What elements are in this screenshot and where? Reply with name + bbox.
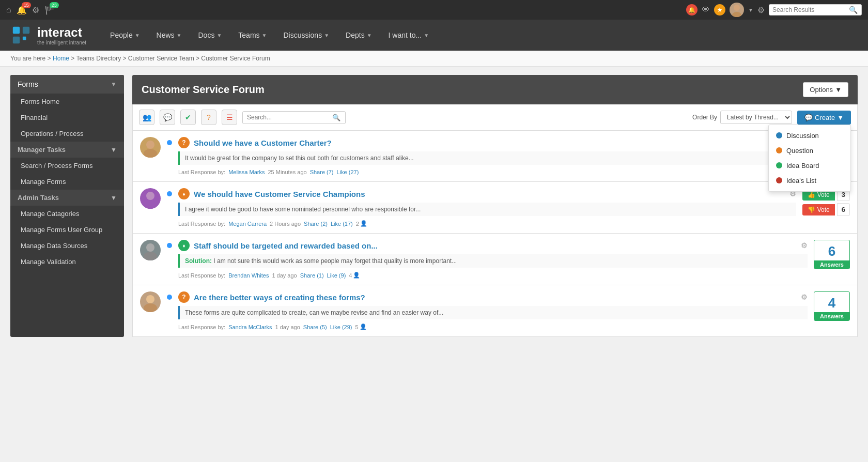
breadcrumb-path: > Teams Directory > Customer Service Tea…	[71, 55, 270, 62]
share-link-3[interactable]: Share (1)	[300, 272, 324, 279]
alerts-badge: 23	[50, 2, 59, 8]
toolbar-group-icon[interactable]: 👥	[139, 110, 154, 125]
vote-down-count-2: 6	[837, 203, 850, 216]
breadcrumb-home[interactable]: Home	[53, 55, 69, 62]
post-avatar-2	[140, 188, 161, 209]
nav-item-teams[interactable]: Teams ▼	[230, 20, 275, 51]
dropdown-item-discussion[interactable]: Discussion	[769, 128, 850, 143]
nav-item-depts[interactable]: Depts ▼	[337, 20, 380, 51]
last-response-user-1[interactable]: Melissa Marks	[228, 169, 265, 175]
user-bell-icon[interactable]: 🔔	[686, 4, 698, 16]
svg-point-10	[146, 243, 154, 252]
answers-label-4: Answers	[814, 312, 849, 320]
order-by-select[interactable]: Latest by Thread...	[720, 111, 792, 124]
global-search-input[interactable]	[772, 6, 849, 13]
forum-search-icon[interactable]: 🔍	[332, 114, 340, 121]
toolbar-chat-icon[interactable]: 💬	[160, 110, 175, 125]
sidebar-item-manage-forms-label: Manage Forms	[21, 178, 66, 186]
sidebar-item-operations[interactable]: Operations / Process	[10, 126, 124, 142]
nav-item-discussions[interactable]: Discussions ▼	[275, 20, 337, 51]
home-icon[interactable]: ⌂	[6, 5, 11, 14]
post-title-1[interactable]: ? Should we have a Customer Charter? ⚙	[178, 137, 808, 148]
time-ago-2: 2 Hours ago	[270, 221, 301, 227]
nav-item-discussions-label: Discussions	[283, 31, 322, 39]
sidebar-item-manage-forms-user-group[interactable]: Manage Forms User Group	[10, 222, 124, 238]
post-title-4[interactable]: ? Are there better ways of creating thes…	[178, 291, 808, 303]
user-avatar[interactable]	[730, 3, 744, 17]
sidebar-section-manager[interactable]: Manager Tasks ▼	[10, 142, 124, 158]
toolbar-question-icon[interactable]: ?	[201, 110, 216, 125]
user-dropdown-caret[interactable]: ▼	[748, 7, 753, 13]
post-gear-icon-4[interactable]: ⚙	[801, 293, 808, 301]
vote-down-btn-2[interactable]: 👎 Vote 6	[802, 203, 850, 216]
sidebar-item-forms-home[interactable]: Forms Home	[10, 94, 124, 110]
dropdown-item-idea-board[interactable]: Idea Board	[769, 158, 850, 173]
global-settings-icon[interactable]: ⚙	[757, 5, 765, 15]
answers-badge-4: 4 Answers	[814, 291, 850, 321]
like-link-2[interactable]: Like (17)	[331, 221, 353, 227]
nav-item-iwantto-caret: ▼	[424, 33, 429, 38]
options-button[interactable]: Options ▼	[803, 82, 848, 97]
post-title-2[interactable]: ♦ We should have Customer Service Champi…	[178, 188, 796, 199]
post-gear-icon-3[interactable]: ⚙	[801, 241, 808, 250]
nav-item-news[interactable]: News ▼	[148, 20, 190, 51]
last-response-user-4[interactable]: Sandra McClarks	[228, 324, 272, 330]
create-button[interactable]: 💬 Create ▼	[797, 111, 851, 125]
share-link-1[interactable]: Share (7)	[310, 169, 334, 175]
dropdown-item-ideas-list[interactable]: Idea's List	[769, 173, 850, 188]
forum-search-box[interactable]: 🔍	[242, 111, 346, 124]
post-dot-1	[167, 140, 172, 145]
star-icon[interactable]: ★	[714, 4, 725, 16]
sidebar-section-admin[interactable]: Admin Tasks ▼	[10, 190, 124, 206]
nav-item-docs[interactable]: Docs ▼	[190, 20, 230, 51]
sidebar-item-manage-data-sources[interactable]: Manage Data Sources	[10, 238, 124, 254]
sidebar-header[interactable]: Forms ▼	[10, 75, 124, 94]
answers-label-3: Answers	[814, 260, 849, 269]
vote-down-button-2[interactable]: 👎 Vote	[802, 204, 834, 215]
nav-item-docs-label: Docs	[198, 31, 215, 39]
alerts-icon[interactable]: 🏴 23	[44, 5, 55, 15]
toolbar-check-icon[interactable]: ✔	[180, 110, 196, 125]
post-avatar-3	[140, 240, 161, 260]
dropdown-item-question-label: Question	[786, 147, 813, 155]
post-content-3: ♦ Staff should be targeted and rewarded …	[178, 240, 808, 279]
global-search-icon[interactable]: 🔍	[849, 6, 858, 14]
nav-item-depts-label: Depts	[346, 31, 365, 39]
post-title-3[interactable]: ♦ Staff should be targeted and rewarded …	[178, 240, 808, 251]
sidebar-item-manage-forms[interactable]: Manage Forms	[10, 174, 124, 190]
top-bar: ⌂ 🔔 15 ⚙ 🏴 23 🔔 👁 ★ ▼ ⚙ 🔍	[0, 0, 868, 20]
last-response-user-3[interactable]: Brendan Whites	[228, 272, 269, 279]
post-type-icon-4: ?	[178, 291, 190, 303]
sidebar-item-search-process-label: Search / Process Forms	[21, 162, 92, 170]
logo-area: interact the intelligent intranet	[10, 24, 86, 46]
options-caret-icon: ▼	[835, 86, 842, 94]
toolbar-list-icon[interactable]: ☰	[222, 110, 237, 125]
sidebar-item-manage-categories[interactable]: Manage Catagories	[10, 206, 124, 222]
eye-icon[interactable]: 👁	[702, 5, 710, 14]
notification-bell-icon[interactable]: 🔔 15	[17, 5, 27, 15]
like-link-1[interactable]: Like (27)	[337, 169, 359, 175]
vote-area-2: 👍 Vote 3 👎 Vote 6	[802, 188, 850, 216]
dropdown-item-question[interactable]: Question	[769, 143, 850, 158]
answers-badge-3: 6 Answers	[814, 240, 850, 269]
sidebar-item-manage-categories-label: Manage Catagories	[21, 210, 79, 218]
last-response-user-2[interactable]: Megan Carrera	[228, 221, 267, 227]
nav-item-people[interactable]: People ▼	[102, 20, 148, 51]
brand-name: interact	[37, 25, 82, 39]
forum-search-input[interactable]	[247, 114, 332, 121]
like-link-3[interactable]: Like (9)	[327, 272, 346, 279]
share-link-4[interactable]: Share (5)	[303, 324, 327, 330]
svg-rect-4	[13, 37, 20, 43]
last-response-label-1: Last Response by:	[178, 169, 225, 175]
like-link-4[interactable]: Like (29)	[330, 324, 352, 330]
post-card-4: ? Are there better ways of creating thes…	[132, 285, 858, 337]
nav-item-iwantto[interactable]: I want to... ▼	[380, 20, 438, 51]
global-search-box[interactable]: 🔍	[769, 4, 862, 16]
sidebar-item-manage-validation[interactable]: Manage Validation	[10, 254, 124, 270]
share-link-2[interactable]: Share (2)	[304, 221, 328, 227]
post-title-text-2: We should have Customer Service Champion…	[194, 190, 365, 198]
sidebar-item-financial[interactable]: Financial	[10, 110, 124, 126]
brand-tagline: the intelligent intranet	[37, 40, 86, 45]
settings-gear-icon[interactable]: ⚙	[32, 5, 39, 15]
sidebar-item-search-process[interactable]: Search / Process Forms	[10, 158, 124, 174]
